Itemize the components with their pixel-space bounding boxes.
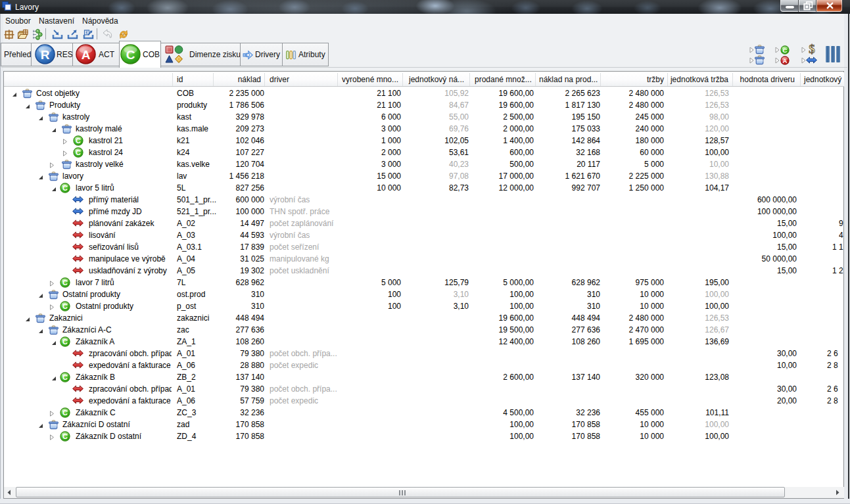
svg-text:C: C bbox=[62, 338, 68, 346]
svg-text:C: C bbox=[62, 432, 68, 440]
svg-text:C: C bbox=[783, 47, 788, 54]
svg-text:C: C bbox=[62, 279, 68, 286]
svg-text:A: A bbox=[783, 57, 788, 64]
svg-text:C: C bbox=[62, 409, 68, 417]
svg-text:A: A bbox=[82, 48, 91, 62]
svg-text:C: C bbox=[62, 184, 68, 192]
svg-text:C: C bbox=[62, 373, 68, 381]
svg-text:C: C bbox=[76, 149, 81, 156]
svg-text:R: R bbox=[41, 48, 50, 62]
svg-text:C: C bbox=[62, 302, 68, 310]
svg-text:$: $ bbox=[809, 43, 815, 56]
svg-text:C: C bbox=[76, 137, 81, 145]
svg-text:C: C bbox=[126, 48, 135, 62]
